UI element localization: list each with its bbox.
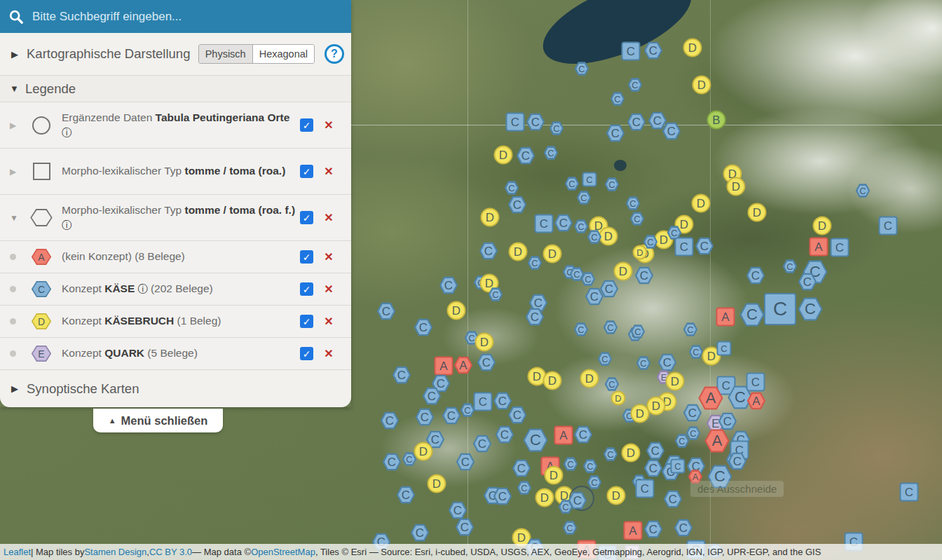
section-cartographic: ▶ Kartographische Darstellung Physisch H… <box>0 33 351 76</box>
concept-label: (kein Konzept) (8 Belege) <box>62 250 300 264</box>
chevron-down-icon[interactable]: ▼ <box>10 213 21 223</box>
concept-checkbox[interactable] <box>300 282 313 296</box>
map-marker[interactable]: A <box>435 357 453 376</box>
map-marker[interactable]: D <box>683 39 702 57</box>
section-synoptic[interactable]: ▶ Synoptische Karten <box>0 370 351 407</box>
map-marker[interactable]: C <box>582 172 597 187</box>
layer-checkbox[interactable] <box>300 165 313 178</box>
map-marker[interactable]: C <box>671 459 685 474</box>
chevron-right-icon[interactable]: ▶ <box>10 167 21 177</box>
map-marker[interactable]: D <box>614 262 633 281</box>
legend-concept-row[interactable]: A (kein Konzept) (8 Belege) ✕ <box>0 241 351 273</box>
map-marker[interactable]: D <box>607 486 626 505</box>
map-marker[interactable]: C <box>900 483 919 502</box>
map-marker[interactable]: A <box>716 308 735 327</box>
attribution-text: , Tiles © Esri — Source: Esri, i-cubed, … <box>315 547 821 557</box>
map-marker[interactable]: C <box>764 293 796 325</box>
legend-layer-row[interactable]: ▶ Morpho-lexikalischer Typ tomme / toma … <box>0 149 351 195</box>
map-marker[interactable]: D <box>414 442 433 461</box>
expand-arrow-icon[interactable]: ▼ <box>10 83 20 94</box>
map-marker[interactable]: C <box>831 238 849 257</box>
map-marker[interactable]: D <box>748 203 767 222</box>
map-marker[interactable]: C <box>474 392 493 411</box>
attribution-text: — Map data © <box>192 547 251 557</box>
map-marker[interactable]: D <box>647 397 666 416</box>
legend-title[interactable]: Legende <box>25 81 76 97</box>
map-marker[interactable]: C <box>675 238 694 257</box>
map-marker[interactable]: D <box>481 208 500 227</box>
map-marker[interactable]: D <box>813 217 832 235</box>
attribution-link[interactable]: Stamen Design <box>84 547 146 557</box>
graticule-vertical-1 <box>467 0 468 560</box>
layer-checkbox[interactable] <box>300 118 313 132</box>
remove-layer-button[interactable]: ✕ <box>313 165 344 178</box>
legend-concept-row[interactable]: C Konzept KÄSE ⓘ (202 Belege) ✕ <box>0 273 351 306</box>
legend-concept-row[interactable]: D Konzept KÄSEBRUCH (1 Beleg) ✕ <box>0 306 351 338</box>
concept-checkbox[interactable] <box>300 347 313 360</box>
close-menu-button[interactable]: ▲ Menü schließen <box>93 409 223 432</box>
toggle-physical-button[interactable]: Physisch <box>199 45 253 63</box>
info-icon[interactable]: ⓘ <box>138 283 148 294</box>
map-marker[interactable]: D <box>545 466 564 485</box>
attribution-link[interactable]: OpenStreetMap <box>251 547 315 557</box>
remove-concept-button[interactable]: ✕ <box>313 282 344 296</box>
synoptic-title[interactable]: Synoptische Karten <box>27 381 139 397</box>
map-marker[interactable]: D <box>580 369 599 388</box>
remove-concept-button[interactable]: ✕ <box>313 315 344 328</box>
attribution-link[interactable]: CC BY 3.0 <box>149 547 192 557</box>
map-marker[interactable]: D <box>447 301 466 320</box>
concept-checkbox[interactable] <box>300 250 313 264</box>
map-marker[interactable]: D <box>727 177 746 196</box>
concept-label: Konzept KÄSE ⓘ (202 Belege) <box>62 282 300 296</box>
info-icon[interactable]: ⓘ <box>62 127 71 138</box>
map-marker[interactable]: C <box>535 214 554 233</box>
map-marker[interactable]: D <box>633 245 648 260</box>
map-marker[interactable]: C <box>636 479 655 498</box>
map-marker[interactable]: D <box>543 245 562 264</box>
section-legend-header: ▼ Legende <box>0 76 351 102</box>
info-icon[interactable]: ⓘ <box>62 219 71 231</box>
map-marker[interactable]: D <box>622 444 641 463</box>
map-marker[interactable]: C <box>746 373 765 392</box>
map-marker[interactable]: C <box>506 113 525 132</box>
toggle-hexagonal-button[interactable]: Hexagonal <box>253 45 314 63</box>
search-bar <box>0 0 351 33</box>
map-marker[interactable]: D <box>494 146 513 165</box>
map-marker[interactable]: C <box>717 341 732 356</box>
search-input[interactable] <box>32 10 343 24</box>
concept-checkbox[interactable] <box>300 315 313 328</box>
map-marker[interactable]: C <box>622 42 641 61</box>
map-marker[interactable]: D <box>535 489 554 507</box>
map-marker[interactable]: D <box>692 194 711 213</box>
map-marker[interactable]: D <box>631 404 650 423</box>
map-marker[interactable]: A <box>624 521 643 540</box>
map-marker[interactable]: D <box>509 243 528 261</box>
map-marker[interactable]: C <box>879 217 898 235</box>
map-marker[interactable]: A <box>554 426 573 445</box>
map-marker[interactable]: D <box>611 391 626 406</box>
legend-concept-row[interactable]: E Konzept QUARK (5 Belege) ✕ <box>0 338 351 370</box>
map-marker[interactable]: D <box>692 76 711 95</box>
map-marker[interactable]: B <box>707 111 726 130</box>
map-marker[interactable]: D <box>599 227 618 246</box>
layer-shape-icon <box>33 163 50 180</box>
remove-concept-button[interactable]: ✕ <box>313 347 344 360</box>
legend-layer-row[interactable]: ▼ Morpho-lexikalischer Typ tomme / toma … <box>0 195 351 241</box>
section-title[interactable]: Kartographische Darstellung <box>27 46 198 62</box>
collapse-arrow-icon[interactable]: ▶ <box>11 383 21 394</box>
map-marker[interactable]: D <box>666 372 685 391</box>
remove-layer-button[interactable]: ✕ <box>313 118 344 132</box>
layer-checkbox[interactable] <box>300 211 313 224</box>
remove-concept-button[interactable]: ✕ <box>313 250 344 264</box>
legend-layer-row[interactable]: ▶ Ergänzende Daten Tabula Peutingeriana … <box>0 102 351 149</box>
map-marker[interactable]: D <box>428 474 446 493</box>
attribution-link[interactable]: Leaflet <box>4 547 31 557</box>
map-marker[interactable]: A <box>810 238 828 257</box>
bullet-icon <box>10 254 21 260</box>
help-button[interactable]: ? <box>325 44 344 64</box>
map-marker[interactable]: D <box>543 371 562 390</box>
chevron-right-icon[interactable]: ▶ <box>10 121 21 130</box>
remove-layer-button[interactable]: ✕ <box>313 211 344 224</box>
collapse-arrow-icon[interactable]: ▶ <box>11 49 21 60</box>
map-marker[interactable]: D <box>475 333 494 352</box>
